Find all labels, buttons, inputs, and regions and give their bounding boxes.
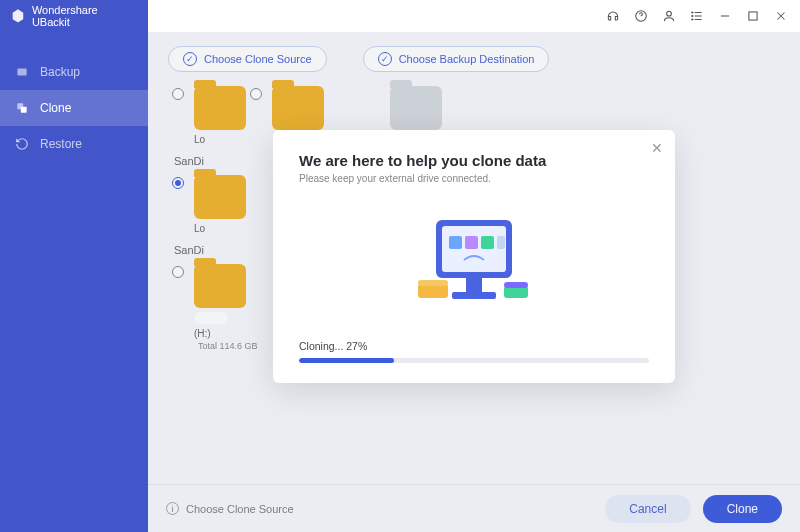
svg-point-2 — [692, 12, 693, 13]
modal-overlay: ✕ We are here to help you clone data Ple… — [148, 32, 800, 532]
modal-illustration — [299, 202, 649, 322]
svg-rect-6 — [17, 69, 26, 76]
svg-rect-5 — [749, 12, 757, 20]
svg-point-4 — [692, 19, 693, 20]
svg-rect-18 — [418, 280, 448, 286]
menu-icon[interactable] — [684, 3, 710, 29]
close-icon[interactable] — [768, 3, 794, 29]
sidebar-item-label: Clone — [40, 101, 71, 115]
sidebar: Backup Clone Restore — [0, 32, 148, 532]
maximize-icon[interactable] — [740, 3, 766, 29]
modal-close-icon[interactable]: ✕ — [651, 140, 663, 156]
sidebar-item-label: Restore — [40, 137, 82, 151]
svg-rect-12 — [465, 236, 478, 249]
restore-icon — [14, 136, 30, 152]
sidebar-item-label: Backup — [40, 65, 80, 79]
app-logo-icon — [10, 8, 26, 24]
progress-bar — [299, 358, 649, 363]
sidebar-item-restore[interactable]: Restore — [0, 126, 148, 162]
svg-rect-14 — [497, 236, 505, 249]
svg-rect-8 — [21, 107, 27, 113]
sidebar-item-backup[interactable]: Backup — [0, 54, 148, 90]
help-icon[interactable] — [628, 3, 654, 29]
svg-point-3 — [692, 15, 693, 16]
titlebar-brand: Wondershare UBackit — [0, 0, 148, 32]
progress-label: Cloning... 27% — [299, 340, 649, 352]
svg-rect-15 — [466, 278, 482, 292]
modal-title: We are here to help you clone data — [299, 152, 649, 169]
svg-rect-20 — [504, 282, 528, 288]
clone-icon — [14, 100, 30, 116]
svg-rect-13 — [481, 236, 494, 249]
clone-progress-modal: ✕ We are here to help you clone data Ple… — [273, 130, 675, 383]
minimize-icon[interactable] — [712, 3, 738, 29]
titlebar: Wondershare UBackit — [0, 0, 800, 32]
svg-rect-17 — [418, 284, 448, 298]
svg-rect-16 — [452, 292, 496, 299]
svg-rect-11 — [449, 236, 462, 249]
content: Choose Clone Source Choose Backup Destin… — [148, 32, 800, 532]
titlebar-actions — [600, 3, 794, 29]
modal-subtitle: Please keep your external drive connecte… — [299, 173, 649, 184]
headset-icon[interactable] — [600, 3, 626, 29]
app-title: Wondershare UBackit — [32, 4, 138, 28]
svg-point-1 — [667, 11, 672, 16]
backup-icon — [14, 64, 30, 80]
user-icon[interactable] — [656, 3, 682, 29]
sidebar-item-clone[interactable]: Clone — [0, 90, 148, 126]
progress-fill — [299, 358, 394, 363]
